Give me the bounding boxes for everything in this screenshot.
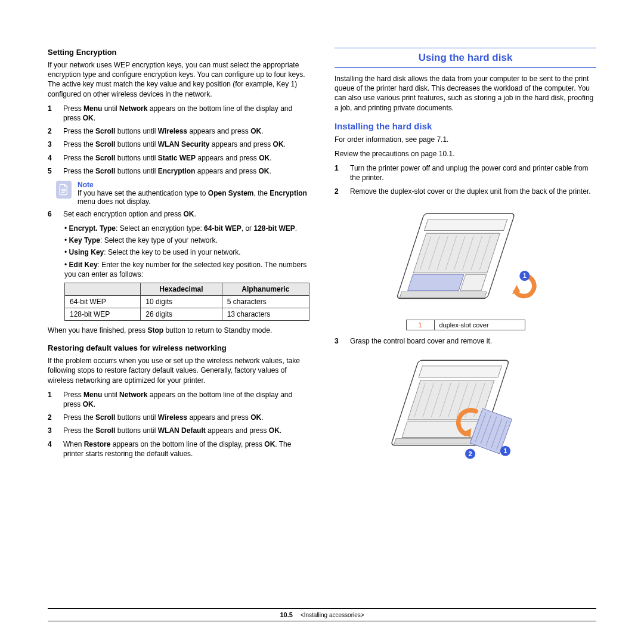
printer-rear-illustration-2: 2 1 xyxy=(391,352,540,465)
svg-text:1: 1 xyxy=(503,448,507,454)
closing-text: When you have finished, press Stop butto… xyxy=(48,326,309,335)
table-row: 128-bit WEP 26 digits 13 characters xyxy=(65,308,309,321)
restore-steps: 1Press Menu until Network appears on the… xyxy=(48,390,309,459)
figure-caption-1: 1 duplex-slot cover xyxy=(406,320,525,330)
install-step-3: 3 Grasp the control board cover and remo… xyxy=(335,336,596,346)
page-number: 10.5 xyxy=(280,611,292,618)
heading-using-hard-disk: Using the hard disk xyxy=(335,48,596,68)
wep-key-table: Hexadecimal Alphanumeric 64-bit WEP 10 d… xyxy=(64,283,309,321)
step-6: 6 Set each encryption option and press O… xyxy=(48,209,309,219)
encryption-steps: 1Press Menu until Network appears on the… xyxy=(48,104,309,176)
note-box: Note If you have set the authentication … xyxy=(56,181,309,206)
svg-rect-29 xyxy=(394,438,481,444)
svg-rect-18 xyxy=(419,366,501,377)
heading-restore-defaults: Restoring default values for wireless ne… xyxy=(48,343,309,352)
figure-duplex-cover: 1 xyxy=(335,202,596,317)
order-info: For order information, see page 7.1. xyxy=(335,135,596,144)
note-body: If you have set the authentication type … xyxy=(78,189,309,206)
note-title: Note xyxy=(78,181,309,189)
encryption-options: Encrypt. Type: Select an encryption type… xyxy=(48,224,309,279)
intro-text: If your network uses WEP encryption keys… xyxy=(48,60,309,99)
figure-control-board-cover: 2 1 xyxy=(335,352,596,467)
hard-disk-intro: Installing the hard disk allows the data… xyxy=(335,74,596,113)
left-column: Setting Encryption If your network uses … xyxy=(48,48,309,596)
svg-text:2: 2 xyxy=(468,451,472,457)
heading-installing-hard-disk: Installing the hard disk xyxy=(335,121,596,131)
svg-rect-1 xyxy=(424,219,507,230)
heading-setting-encryption: Setting Encryption xyxy=(48,48,309,57)
svg-rect-13 xyxy=(400,292,487,298)
install-steps: 1Turn the printer power off and unplug t… xyxy=(335,163,596,196)
page-footer: 10.5 <Installing accessories> xyxy=(48,608,596,621)
precautions: Review the precautions on page 10.1. xyxy=(335,149,596,159)
table-row: 64-bit WEP 10 digits 5 characters xyxy=(65,296,309,308)
printer-rear-illustration-1: 1 xyxy=(391,202,540,315)
restore-intro: If the problem occurrs when you use or s… xyxy=(48,356,309,385)
svg-text:1: 1 xyxy=(522,273,526,279)
note-icon xyxy=(56,181,72,199)
section-label: <Installing accessories> xyxy=(301,612,364,618)
svg-rect-11 xyxy=(407,274,463,290)
right-column: Using the hard disk Installing the hard … xyxy=(335,48,596,596)
svg-rect-2 xyxy=(413,233,500,273)
